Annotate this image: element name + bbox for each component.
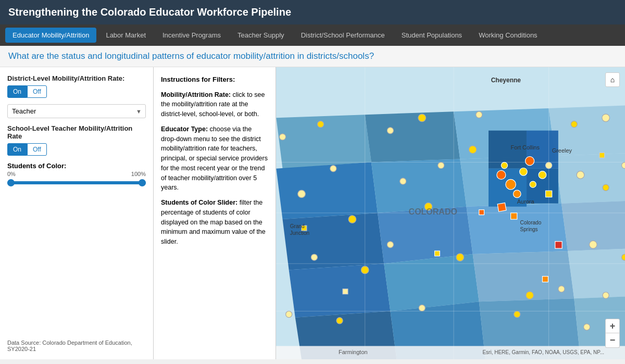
svg-point-62 bbox=[590, 241, 597, 248]
school-mobility-section: School-Level Teacher Mobility/Attrition … bbox=[7, 124, 146, 156]
svg-point-81 bbox=[317, 121, 323, 127]
svg-rect-47 bbox=[497, 203, 506, 211]
district-toggle-on[interactable]: On bbox=[7, 85, 27, 98]
svg-point-46 bbox=[546, 162, 552, 169]
svg-point-39 bbox=[520, 168, 528, 175]
svg-point-41 bbox=[530, 181, 536, 187]
svg-point-71 bbox=[526, 292, 534, 299]
map-home-button[interactable]: ⌂ bbox=[605, 72, 620, 87]
left-panel: District-Level Mobility/Attrition Rate: … bbox=[0, 67, 154, 359]
school-toggle-on[interactable]: On bbox=[7, 143, 27, 156]
svg-rect-49 bbox=[511, 213, 517, 219]
svg-point-56 bbox=[469, 146, 477, 154]
middle-panel: Instructions for Filters: Mobility/Attri… bbox=[154, 67, 276, 359]
school-section-title: School-Level Teacher Mobility/Attrition … bbox=[7, 124, 146, 140]
svg-point-76 bbox=[514, 311, 520, 318]
educator-type-select[interactable]: Teacher Principal Special Service Provid… bbox=[7, 104, 146, 118]
tab-incentive-programs[interactable]: Incentive Programs bbox=[155, 28, 228, 43]
svg-point-52 bbox=[348, 216, 356, 223]
svg-rect-95 bbox=[555, 242, 562, 248]
svg-point-45 bbox=[539, 171, 546, 179]
tab-teacher-supply[interactable]: Teacher Supply bbox=[230, 28, 292, 43]
svg-marker-19 bbox=[473, 251, 574, 302]
svg-point-75 bbox=[419, 305, 425, 311]
svg-rect-89 bbox=[542, 277, 548, 282]
svg-marker-17 bbox=[289, 263, 391, 317]
map-zoom-in-button[interactable]: + bbox=[605, 319, 620, 333]
map-panel[interactable]: Fort Collins Greeley Aurora Cheyenne COL… bbox=[276, 67, 625, 359]
svg-point-66 bbox=[311, 254, 317, 260]
page-question: What are the status and longitudinal pat… bbox=[0, 46, 625, 67]
svg-point-82 bbox=[387, 128, 393, 134]
tab-district-school-performance[interactable]: District/School Performance bbox=[294, 28, 392, 43]
svg-rect-92 bbox=[343, 289, 348, 294]
educator-type-dropdown[interactable]: Teacher Principal Special Service Provid… bbox=[7, 104, 146, 118]
svg-point-44 bbox=[526, 157, 534, 166]
svg-point-74 bbox=[336, 318, 343, 324]
slider-track[interactable] bbox=[7, 181, 146, 184]
educator-type-text: choose via the drop-down menu to see the… bbox=[161, 125, 268, 192]
svg-point-83 bbox=[418, 114, 426, 122]
students-of-color-section: Students of Color: 0% 100% bbox=[7, 162, 146, 185]
svg-text:Greeley: Greeley bbox=[552, 147, 572, 154]
svg-point-43 bbox=[501, 162, 507, 169]
main-content: District-Level Mobility/Attrition Rate: … bbox=[0, 67, 625, 359]
slider-labels: 0% 100% bbox=[7, 171, 146, 177]
svg-marker-18 bbox=[384, 254, 479, 311]
district-mobility-section: District-Level Mobility/Attrition Rate: … bbox=[7, 74, 146, 98]
app-header: Strengthening the Colorado Educator Work… bbox=[0, 0, 625, 24]
slider-thumb-left[interactable] bbox=[7, 179, 15, 186]
svg-marker-7 bbox=[276, 162, 378, 220]
map-label-colorado-springs: ColoradoSprings bbox=[520, 219, 542, 233]
svg-marker-20 bbox=[568, 248, 625, 298]
svg-marker-8 bbox=[371, 159, 467, 212]
svg-point-68 bbox=[387, 242, 393, 248]
zoom-out-icon: − bbox=[610, 335, 616, 346]
svg-point-38 bbox=[506, 179, 516, 189]
nav-bar: Educator Mobility/Attrition Labor Market… bbox=[0, 24, 625, 46]
map-container[interactable]: Fort Collins Greeley Aurora Cheyenne COL… bbox=[276, 67, 625, 359]
tab-student-populations[interactable]: Student Populations bbox=[394, 28, 469, 43]
svg-marker-10 bbox=[555, 153, 625, 203]
map-label-grand-junction: GrandJunction bbox=[290, 223, 309, 236]
instruction-mobility: Mobility/Attrition Rate: click to see th… bbox=[161, 90, 268, 119]
svg-point-58 bbox=[603, 184, 609, 191]
district-toggle-off[interactable]: Off bbox=[27, 85, 47, 98]
svg-point-50 bbox=[298, 190, 306, 198]
tab-working-conditions[interactable]: Working Conditions bbox=[471, 28, 544, 43]
svg-point-55 bbox=[438, 162, 444, 169]
svg-point-69 bbox=[456, 254, 464, 261]
map-label-colorado: COLORADO bbox=[409, 207, 457, 217]
svg-point-53 bbox=[400, 178, 406, 184]
svg-point-51 bbox=[330, 166, 336, 172]
home-icon: ⌂ bbox=[610, 76, 615, 84]
svg-point-72 bbox=[603, 292, 609, 298]
map-label-farmington: Farmington bbox=[339, 349, 368, 355]
slider-min-label: 0% bbox=[7, 171, 16, 177]
tab-educator-mobility[interactable]: Educator Mobility/Attrition bbox=[5, 28, 96, 43]
students-color-label: Students of Color Slider: bbox=[161, 199, 238, 206]
svg-point-63 bbox=[622, 254, 625, 260]
svg-point-67 bbox=[361, 266, 369, 274]
school-toggle-off[interactable]: Off bbox=[27, 143, 47, 156]
svg-point-85 bbox=[571, 121, 577, 127]
svg-point-40 bbox=[497, 170, 506, 179]
tab-labor-market[interactable]: Labor Market bbox=[98, 28, 153, 43]
mobility-label: Mobility/Attrition Rate: bbox=[161, 91, 231, 98]
svg-rect-48 bbox=[546, 191, 552, 197]
svg-point-80 bbox=[279, 134, 285, 140]
svg-rect-90 bbox=[479, 210, 484, 215]
svg-rect-91 bbox=[435, 251, 440, 256]
zoom-in-icon: + bbox=[610, 321, 616, 332]
app-title: Strengthening the Colorado Educator Work… bbox=[8, 6, 291, 18]
slider-thumb-right[interactable] bbox=[139, 179, 146, 186]
svg-point-73 bbox=[286, 311, 292, 318]
svg-point-59 bbox=[622, 162, 625, 169]
svg-text:Fort Collins: Fort Collins bbox=[511, 144, 540, 150]
educator-type-label: Educator Type: bbox=[161, 125, 208, 133]
svg-rect-94 bbox=[599, 153, 605, 158]
svg-point-84 bbox=[476, 111, 482, 118]
map-zoom-out-button[interactable]: − bbox=[605, 333, 620, 348]
svg-text:Aurora: Aurora bbox=[517, 198, 535, 205]
district-section-title: District-Level Mobility/Attrition Rate: bbox=[7, 74, 146, 82]
